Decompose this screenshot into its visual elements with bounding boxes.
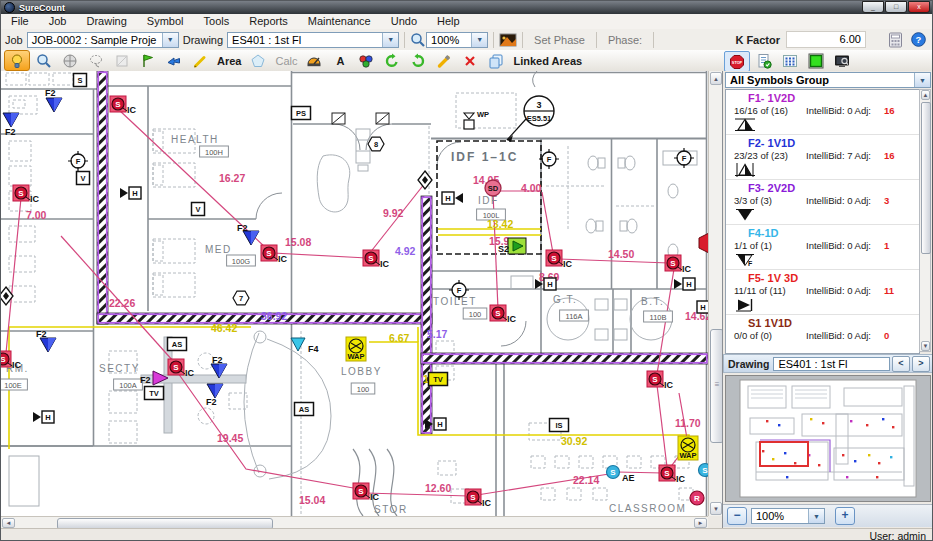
menu-drawing[interactable]: Drawing [76,14,136,29]
symbol-list-scrollbar[interactable]: ▲ ▼ [919,89,931,352]
r-marker[interactable]: R [690,491,704,505]
menu-help[interactable]: Help [427,14,470,29]
menu-file[interactable]: File [1,14,39,29]
h-projector-symbol[interactable]: H [442,192,463,204]
fire-alarm-s-marker[interactable]: SIC [363,250,390,269]
fan-f-symbol[interactable]: F [68,151,88,171]
text-tool[interactable]: A [328,51,352,70]
symbol-list-item[interactable]: F4-1D1/1 of (1)IntelliBid: 0 Adj:1F [726,225,919,270]
lasso-select-tool[interactable] [84,51,108,70]
menu-tools[interactable]: Tools [194,14,240,29]
symbol-list-item[interactable]: F3- 2V2D3/3 of (3)IntelliBid: 0 Adj:3 [726,180,919,225]
symbols-group-select[interactable]: All Symbols Group ▼ [725,72,931,88]
scroll-down-arrow[interactable]: ▼ [921,341,930,351]
red-speaker-symbol[interactable]: F [699,233,708,255]
list-scroll-thumb[interactable] [921,102,931,254]
h-projector-symbol[interactable]: H [33,411,54,423]
drawing-canvas[interactable]: HEALTH100HMED100GSECTY100ALOBBY100TOILET… [1,71,708,516]
fire-alarm-s-marker[interactable]: SIC [647,371,674,390]
fire-alarm-s-marker[interactable]: SIC [1,351,22,370]
edit-region-tool[interactable] [110,51,134,70]
smoke-detector-symbol[interactable]: SD [485,180,501,196]
measure-line-tool[interactable] [188,51,212,70]
menu-maintenance[interactable]: Maintenance [298,14,381,29]
thumbnail-zoom-select[interactable]: 100% ▼ [751,508,825,524]
symbol-list-item[interactable]: F2- 1V1D23/23 of (23)IntelliBid: 7 Adj:1… [726,135,919,180]
fire-alarm-s-marker[interactable]: SIC [353,483,380,502]
polygon-tool[interactable] [246,51,270,70]
scroll-up-arrow[interactable]: ▲ [921,90,930,100]
flag-tool[interactable] [136,51,160,70]
h-projector-symbol[interactable]: H [120,187,141,199]
ps-tag-symbol[interactable]: PS [292,107,311,120]
speaker-s-marker[interactable]: S [699,464,709,477]
image-view-button[interactable] [499,32,517,48]
prev-drawing-button[interactable]: < [892,356,910,372]
calculator-icon[interactable] [888,32,903,48]
calc-tool[interactable]: Calc [272,51,300,70]
scroll-down-arrow[interactable]: ▼ [710,502,722,515]
set-phase-button[interactable]: Set Phase [528,34,591,46]
fire-alarm-s-marker[interactable]: SIC [13,185,40,204]
fire-alarm-s-marker[interactable]: SIC [490,305,517,324]
menu-reports[interactable]: Reports [239,14,298,29]
scroll-right-arrow[interactable]: ► [694,518,707,528]
area-tool[interactable]: Area [214,51,244,70]
menu-job[interactable]: Job [39,14,77,29]
next-drawing-button[interactable]: > [912,356,930,372]
pointer-arrow-tool[interactable] [162,51,186,70]
verify-count-button[interactable] [752,51,776,70]
fire-alarm-s-marker[interactable]: SIC [261,245,288,264]
as-tag-symbol[interactable]: AS [168,338,187,351]
menu-undo[interactable]: Undo [381,14,427,29]
zoom-out-button[interactable]: − [727,507,747,525]
fire-alarm-s-marker[interactable]: SIC [110,96,137,115]
close-button[interactable]: x [908,1,930,13]
f2-fixture-symbol[interactable] [207,384,223,398]
fire-alarm-s-marker[interactable]: SIC [659,465,686,484]
fan-f-symbol[interactable]: F [539,149,559,169]
delete-tool[interactable] [458,51,482,70]
help-icon[interactable]: ? [911,32,926,47]
wap-symbol[interactable]: WAP [346,337,366,361]
vertical-scrollbar[interactable]: ▲ ▼ [708,71,723,516]
hex-tag-symbol[interactable]: 8 [368,137,384,151]
highlight-mode-tool[interactable] [4,50,30,71]
drawing-select[interactable]: ES401 : 1st Fl ▼ [227,32,399,48]
diamond-tag-symbol[interactable] [418,171,432,189]
rotate-ccw-tool[interactable] [406,51,430,70]
f2-fixture-symbol[interactable] [46,98,62,112]
active-layer-button[interactable] [804,51,828,70]
fire-alarm-s-marker[interactable]: SIC [546,250,573,269]
f2-fixture-symbol[interactable] [40,338,56,352]
job-select[interactable]: JOB-0002 : Sample Proje ▼ [27,32,179,48]
pan-tool[interactable] [58,51,82,70]
minimap[interactable] [725,375,931,502]
protractor-tool[interactable] [302,51,326,70]
tv-tag-symbol[interactable]: TV [145,387,164,400]
drawing-nav-value[interactable]: ES401 : 1st Fl [773,357,890,371]
hex-tag-symbol[interactable]: 7 [233,291,249,305]
tv-tag-symbol[interactable]: TV [429,373,448,386]
wp-symbol[interactable]: WP [464,110,489,129]
v-tag-symbol[interactable]: V [192,203,205,216]
symbol-colors-tool[interactable] [354,51,378,70]
symbol-list-item[interactable]: F5- 1V 3D11/11 of (11)IntelliBid: 0 Adj:… [726,270,919,315]
symbol-list-item[interactable]: S1 1V1D0/0 of (0)IntelliBid: 0 Adj:0 [726,315,919,354]
rotate-cw-tool[interactable] [380,51,404,70]
as-tag-symbol[interactable]: AS [295,403,314,416]
fire-alarm-s-marker[interactable]: SIC [465,489,492,508]
scroll-left-arrow[interactable]: ◄ [2,518,15,528]
f2-fixture-symbol[interactable] [243,231,259,245]
count-pad-button[interactable] [778,51,802,70]
highlighter-tool[interactable] [432,51,456,70]
duplicate-tool[interactable] [484,51,508,70]
scroll-up-arrow[interactable]: ▲ [710,72,722,85]
fire-alarm-s-marker[interactable]: SIC [665,255,692,274]
symbol-list-item[interactable]: F1- 1V2D16/16 of (16)IntelliBid: 0 Adj:1… [726,90,919,135]
zoom-in-button[interactable]: + [835,507,855,525]
maximize-button[interactable]: □ [885,1,907,13]
zoom-select[interactable]: 100% ▼ [426,32,488,48]
is-tag-symbol[interactable]: IS [550,419,569,432]
h-projector-symbol[interactable]: H [697,301,708,313]
